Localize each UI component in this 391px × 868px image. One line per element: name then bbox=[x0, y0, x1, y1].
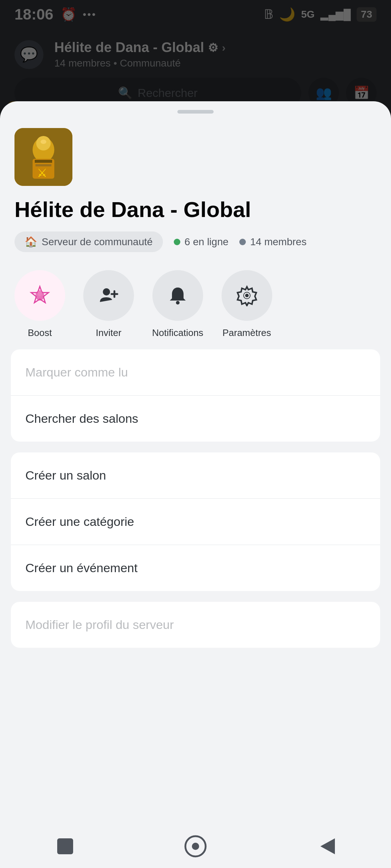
menu-section-3: Modifier le profil du serveur bbox=[11, 602, 380, 648]
svg-rect-10 bbox=[35, 160, 52, 163]
svg-text:⚔: ⚔ bbox=[37, 166, 47, 179]
create-category-item[interactable]: Créer une catégorie bbox=[11, 499, 380, 545]
svg-point-26 bbox=[192, 843, 199, 850]
menu-section-1: Marquer comme lu Chercher des salons bbox=[11, 349, 380, 442]
menu-section-2: Créer un salon Créer une catégorie Créer… bbox=[11, 452, 380, 591]
invite-label: Inviter bbox=[96, 327, 122, 339]
mark-read-item[interactable]: Marquer comme lu bbox=[11, 349, 380, 396]
member-dot bbox=[239, 239, 246, 245]
boost-label: Boost bbox=[28, 327, 52, 339]
sheet-server-avatar: ⚔ bbox=[14, 128, 72, 186]
create-channel-item[interactable]: Créer un salon bbox=[11, 452, 380, 499]
svg-point-17 bbox=[103, 288, 110, 295]
settings-label: Paramètres bbox=[222, 327, 271, 339]
svg-point-13 bbox=[41, 140, 46, 144]
svg-point-23 bbox=[245, 294, 249, 297]
online-status: 6 en ligne bbox=[174, 236, 228, 248]
svg-marker-27 bbox=[320, 838, 335, 854]
svg-rect-24 bbox=[57, 838, 73, 854]
sheet-meta-row: 🏠 Serveur de communauté 6 en ligne 14 me… bbox=[14, 231, 377, 252]
sheet-avatar-image: ⚔ bbox=[14, 128, 72, 186]
drag-handle[interactable] bbox=[177, 110, 214, 114]
boost-button[interactable]: Boost bbox=[14, 270, 65, 339]
bottom-sheet: ⚔ Hélite de Dana - Global 🏠 Serveur de c… bbox=[0, 101, 391, 868]
community-badge: 🏠 Serveur de communauté bbox=[14, 231, 163, 252]
boost-icon-circle bbox=[14, 270, 65, 321]
edit-profile-item[interactable]: Modifier le profil du serveur bbox=[11, 602, 380, 648]
notifications-label: Notifications bbox=[152, 327, 203, 339]
settings-button[interactable]: Paramètres bbox=[222, 270, 272, 339]
svg-point-20 bbox=[176, 301, 180, 305]
create-event-item[interactable]: Créer un événement bbox=[11, 545, 380, 591]
invite-icon-circle bbox=[83, 270, 134, 321]
nav-back-button[interactable] bbox=[308, 832, 344, 861]
settings-icon-circle bbox=[222, 270, 272, 321]
community-badge-text: Serveur de communauté bbox=[42, 236, 153, 248]
sheet-server-name: Hélite de Dana - Global bbox=[14, 197, 377, 223]
bottom-nav bbox=[0, 825, 391, 868]
search-channels-item[interactable]: Chercher des salons bbox=[11, 396, 380, 442]
invite-button[interactable]: Inviter bbox=[83, 270, 134, 339]
online-dot bbox=[174, 239, 180, 245]
svg-point-16 bbox=[38, 290, 42, 296]
notifications-button[interactable]: Notifications bbox=[152, 270, 203, 339]
house-icon: 🏠 bbox=[25, 236, 37, 248]
nav-square-button[interactable] bbox=[47, 832, 83, 861]
action-buttons-row: Boost Inviter Notifications bbox=[14, 270, 377, 339]
member-status: 14 membres bbox=[239, 236, 307, 248]
nav-circle-button[interactable] bbox=[177, 832, 214, 861]
notifications-icon-circle bbox=[152, 270, 203, 321]
